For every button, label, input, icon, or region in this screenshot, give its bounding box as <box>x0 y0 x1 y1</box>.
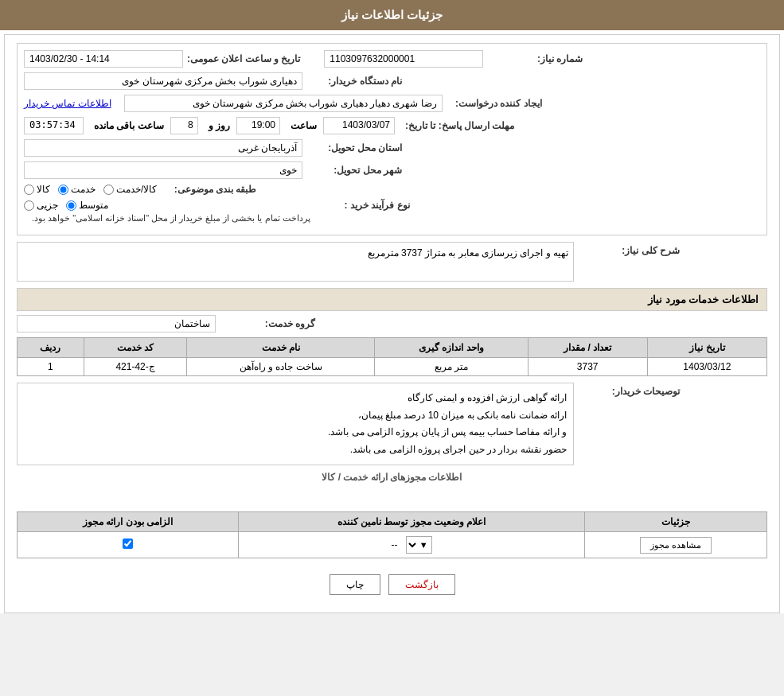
cell-code: ج-42-421 <box>84 358 186 376</box>
announce-datetime-label: تاریخ و ساعت اعلان عمومی: <box>187 53 300 64</box>
category-service-radio[interactable] <box>58 185 68 195</box>
services-table-header-row: تاریخ نیاز تعداد / مقدار واحد اندازه گیر… <box>18 338 767 358</box>
announce-datetime-value: 1403/02/30 - 14:14 <box>24 50 183 68</box>
buyer-notes-line: ارائه گواهی ارزش افزوده و ایمنی کارگاه <box>24 390 567 407</box>
page-wrapper: جزئیات اطلاعات نیاز شماره نیاز: 11030976… <box>0 0 784 613</box>
province-value: آذربایجان غربی <box>24 139 302 157</box>
response-deadline-row: مهلت ارسال پاسخ: تا تاریخ: 1403/03/07 سا… <box>24 117 760 134</box>
need-number-row: شماره نیاز: 1103097632000001 تاریخ و ساع… <box>24 50 760 68</box>
basic-info-section: شماره نیاز: 1103097632000001 تاریخ و ساع… <box>17 43 767 235</box>
category-radio-group: کالا/خدمت خدمت کالا <box>24 184 157 195</box>
category-goods-option[interactable]: کالا <box>24 184 50 195</box>
bottom-buttons: بازگشت چاپ <box>17 565 767 605</box>
permits-cell-details: مشاهده مجوز <box>585 532 767 558</box>
buyer-name-row: نام دستگاه خریدار: دهیاری شوراب بخش مرکز… <box>24 72 760 90</box>
permits-table: جزئیات اعلام وضعیت مجوز توسط نامین کننده… <box>17 511 767 558</box>
cell-row: 1 <box>18 358 84 376</box>
purchase-small-label: جزیی <box>37 200 58 211</box>
purchase-type-partial-radio[interactable] <box>66 200 76 211</box>
response-days-label: روز و <box>209 120 230 131</box>
buyer-name-value: دهیاری شوراب بخش مرکزی شهرستان خوی <box>24 72 302 90</box>
category-goods-service-option[interactable]: کالا/خدمت <box>103 184 157 195</box>
general-description-label: شرح کلی نیاز: <box>584 242 680 256</box>
category-service-option[interactable]: خدمت <box>58 184 96 195</box>
city-row: شهر محل تحویل: خوی <box>24 161 760 179</box>
permits-table-row: مشاهده مجوز ▼ -- <box>18 532 767 558</box>
col-date: تاریخ نیاز <box>647 338 766 358</box>
purchase-type-small-option[interactable]: جزیی <box>24 200 58 211</box>
page-title: جزئیات اطلاعات نیاز <box>341 8 443 21</box>
print-button[interactable]: چاپ <box>330 574 380 595</box>
permits-cell-required <box>18 532 239 558</box>
purchase-type-radio-group: متوسط جزیی <box>24 200 108 211</box>
permits-col-required: الزامی بودن ارائه مجوز <box>18 512 239 532</box>
page-header: جزئیات اطلاعات نیاز <box>0 0 784 30</box>
category-goods-radio[interactable] <box>24 185 34 195</box>
services-table-row: 1403/03/12 3737 متر مربع ساخت جاده و راه… <box>18 358 767 376</box>
permits-spacer <box>17 488 767 511</box>
category-service-label: خدمت <box>71 184 96 195</box>
city-value: خوی <box>24 161 302 179</box>
category-goods-service-radio[interactable] <box>103 185 114 195</box>
general-description-value: تهیه و اجرای زیرسازی معابر به متراژ 3737… <box>368 247 568 259</box>
remaining-value: 03:57:34 <box>24 117 84 134</box>
announce-select[interactable]: ▼ <box>406 536 432 554</box>
col-name: نام خدمت <box>187 338 375 358</box>
col-row: ردیف <box>18 338 84 358</box>
contact-link[interactable]: اطلاعات تماس خریدار <box>24 98 111 109</box>
category-row: طبقه بندی موضوعی: کالا/خدمت خدمت کالا <box>24 184 760 195</box>
services-table: تاریخ نیاز تعداد / مقدار واحد اندازه گیر… <box>17 337 767 376</box>
back-button[interactable]: بازگشت <box>388 574 455 595</box>
main-content: شماره نیاز: 1103097632000001 تاریخ و ساع… <box>4 34 780 613</box>
response-deadline-label: مهلت ارسال پاسخ: تا تاریخ: <box>405 120 514 131</box>
permits-col-details: جزئیات <box>585 512 767 532</box>
need-number-value: 1103097632000001 <box>324 50 483 68</box>
city-label: شهر محل تحویل: <box>306 165 402 176</box>
purchase-partial-label: متوسط <box>79 200 108 211</box>
category-goods-service-label: کالا/خدمت <box>116 184 157 195</box>
need-number-label: شماره نیاز: <box>487 53 583 64</box>
permits-cell-announce: ▼ -- <box>238 532 584 558</box>
purchase-type-partial-option[interactable]: متوسط <box>66 200 108 211</box>
purchase-type-note: پرداخت تمام یا بخشی از مبلغ خریدار از مح… <box>32 213 310 224</box>
required-checkbox[interactable] <box>123 539 133 549</box>
purchase-type-label: نوع فرآیند خرید : <box>314 200 410 211</box>
province-row: استان محل تحویل: آذربایجان غربی <box>24 139 760 157</box>
general-description-section: شرح کلی نیاز: تهیه و اجرای زیرسازی معابر… <box>17 242 767 282</box>
col-code: کد خدمت <box>84 338 186 358</box>
remaining-label: ساعت باقی مانده <box>94 120 164 131</box>
permits-table-header-row: جزئیات اعلام وضعیت مجوز توسط نامین کننده… <box>18 512 767 532</box>
purchase-type-small-radio[interactable] <box>24 200 34 211</box>
view-permit-button[interactable]: مشاهده مجوز <box>640 537 712 554</box>
services-section-header: اطلاعات خدمات مورد نیاز <box>17 288 767 311</box>
creator-label: ایجاد کننده درخواست: <box>447 98 542 109</box>
permits-section-label: اطلاعات مجوزهای ارائه خدمت / کالا <box>322 472 462 483</box>
cell-name: ساخت جاده و راه‌آهن <box>187 358 375 376</box>
cell-quantity: 3737 <box>528 358 647 376</box>
cell-date: 1403/03/12 <box>647 358 766 376</box>
province-label: استان محل تحویل: <box>306 142 402 154</box>
category-label: طبقه بندی موضوعی: <box>161 184 256 195</box>
service-group-label: گروه خدمت: <box>220 318 315 329</box>
service-group-row: گروه خدمت: ساختمان <box>17 315 767 332</box>
response-days-value: 8 <box>170 117 198 134</box>
general-description-box: تهیه و اجرای زیرسازی معابر به متراژ 3737… <box>17 242 574 282</box>
buyer-notes-line: ارائه ضمانت نامه بانکی به میزان 10 درصد … <box>24 407 567 425</box>
creator-row: ایجاد کننده درخواست: رضا شهری دهیار دهیا… <box>24 95 760 112</box>
buyer-notes-line: حضور نقشه بردار در حین اجرای پروژه الزام… <box>24 441 567 459</box>
response-time-value: 19:00 <box>236 117 280 134</box>
service-group-value: ساختمان <box>17 315 216 332</box>
buyer-name-label: نام دستگاه خریدار: <box>306 76 402 87</box>
buyer-notes-section: توصیحات خریدار: ارائه گواهی ارزش افزوده … <box>17 383 767 465</box>
buyer-notes-box: ارائه گواهی ارزش افزوده و ایمنی کارگاهار… <box>17 383 574 465</box>
response-date-value: 1403/03/07 <box>323 117 395 134</box>
permits-section-label-row: اطلاعات مجوزهای ارائه خدمت / کالا <box>17 472 767 483</box>
purchase-type-row: نوع فرآیند خرید : متوسط جزیی پرداخت تمام… <box>24 200 760 224</box>
col-unit: واحد اندازه گیری <box>375 338 528 358</box>
response-time-label: ساعت <box>291 120 317 131</box>
buyer-notes-label: توصیحات خریدار: <box>584 383 680 397</box>
permits-col-announce: اعلام وضعیت مجوز توسط نامین کننده <box>238 512 584 532</box>
cell-unit: متر مربع <box>375 358 528 376</box>
buyer-notes-line: و ارائه مفاصا حساب بیمه پس از پایان پروژ… <box>24 424 567 441</box>
category-goods-label: کالا <box>37 184 50 195</box>
